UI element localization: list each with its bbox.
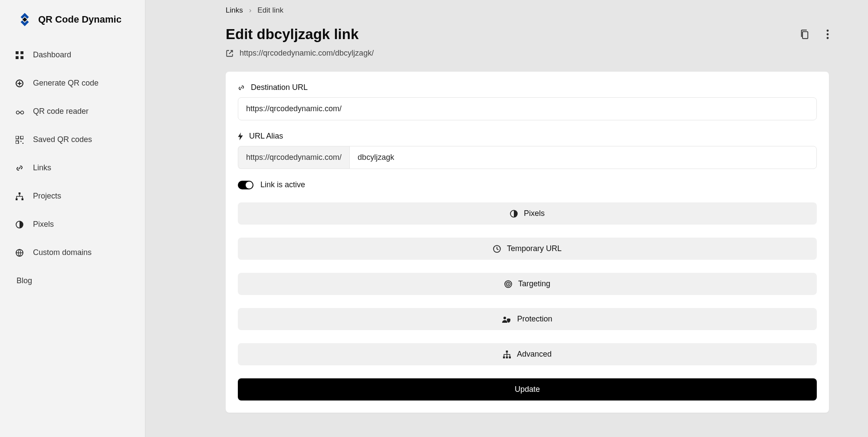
sidebar-item-label: Blog	[16, 276, 32, 285]
sidebar-item-projects[interactable]: Projects	[0, 182, 145, 210]
plus-circle-icon	[16, 79, 25, 87]
breadcrumb-parent[interactable]: Links	[226, 6, 243, 15]
alias-input[interactable]	[349, 146, 817, 169]
sidebar-item-label: Pixels	[33, 220, 54, 229]
destination-label: Destination URL	[238, 83, 817, 92]
bolt-icon	[238, 132, 243, 140]
section-pixels[interactable]: Pixels	[238, 202, 817, 225]
link-icon	[16, 164, 25, 172]
svg-rect-18	[802, 32, 808, 39]
svg-point-6	[16, 111, 20, 114]
svg-rect-10	[16, 141, 19, 144]
svg-rect-2	[20, 51, 23, 54]
svg-rect-30	[506, 356, 508, 358]
sitemap-icon	[503, 351, 511, 358]
more-icon[interactable]	[826, 30, 829, 39]
alias-label: URL Alias	[238, 132, 817, 141]
svg-point-20	[827, 33, 829, 36]
edit-card: Destination URL URL Alias https://qrcode…	[226, 72, 829, 413]
sidebar-item-label: Custom domains	[33, 248, 92, 257]
sidebar-item-label: Links	[33, 163, 51, 172]
diagram-icon	[16, 192, 25, 200]
svg-rect-15	[22, 198, 24, 200]
svg-rect-14	[16, 198, 18, 200]
toggle-label: Link is active	[260, 180, 305, 189]
breadcrumb: Links › Edit link	[226, 6, 829, 15]
svg-point-27	[503, 317, 506, 319]
svg-rect-0	[23, 17, 27, 22]
sidebar-item-links[interactable]: Links	[0, 154, 145, 182]
copy-icon[interactable]	[800, 30, 809, 39]
globe-icon	[16, 249, 25, 257]
sidebar-item-label: Saved QR codes	[33, 135, 92, 144]
sidebar-item-label: Dashboard	[33, 50, 71, 60]
logo-text: QR Code Dynamic	[38, 14, 122, 25]
svg-point-26	[507, 283, 509, 285]
main-content: Links › Edit link Edit dbcyljzagk link h…	[145, 0, 868, 437]
sidebar-item-label: QR code reader	[33, 107, 89, 116]
external-link-icon	[226, 50, 233, 57]
svg-rect-4	[20, 56, 23, 59]
svg-rect-1	[16, 51, 19, 54]
sidebar-item-reader[interactable]: QR code reader	[0, 97, 145, 126]
alias-input-group: https://qrcodedynamic.com/	[238, 146, 817, 169]
alias-prefix: https://qrcodedynamic.com/	[238, 146, 349, 169]
update-button[interactable]: Update	[238, 378, 817, 401]
section-temporary-url[interactable]: Temporary URL	[238, 238, 817, 260]
destination-input[interactable]	[238, 97, 817, 120]
sidebar-item-label: Projects	[33, 192, 61, 201]
sidebar-item-pixels[interactable]: Pixels	[0, 210, 145, 238]
header-actions	[800, 30, 829, 39]
svg-rect-28	[506, 351, 508, 353]
clock-icon	[493, 245, 501, 253]
sidebar: QR Code Dynamic Dashboard Generate QR co…	[0, 0, 145, 437]
logo[interactable]: QR Code Dynamic	[0, 10, 145, 41]
page-title: Edit dbcyljzagk link	[226, 26, 358, 43]
grid-icon	[16, 51, 25, 59]
page-header: Edit dbcyljzagk link	[226, 26, 829, 43]
chevron-right-icon: ›	[249, 6, 252, 15]
sidebar-item-saved[interactable]: Saved QR codes	[0, 126, 145, 154]
user-shield-icon	[502, 315, 511, 323]
sidebar-item-generate[interactable]: Generate QR code	[0, 69, 145, 97]
svg-rect-8	[16, 136, 19, 139]
svg-rect-3	[16, 56, 19, 59]
adjust-icon	[510, 210, 518, 218]
link-url[interactable]: https://qrcodedynamic.com/dbcyljzagk/	[240, 49, 374, 58]
breadcrumb-current: Edit link	[257, 6, 283, 15]
active-toggle[interactable]	[238, 181, 253, 189]
svg-point-19	[827, 30, 829, 32]
sidebar-nav: Dashboard Generate QR code QR code reade…	[0, 41, 145, 295]
section-protection[interactable]: Protection	[238, 308, 817, 330]
target-icon	[504, 280, 512, 288]
svg-rect-9	[20, 136, 23, 139]
svg-rect-11	[20, 141, 21, 142]
svg-point-7	[21, 111, 24, 114]
section-targeting[interactable]: Targeting	[238, 273, 817, 295]
logo-icon	[16, 11, 33, 28]
sidebar-item-dashboard[interactable]: Dashboard	[0, 41, 145, 69]
svg-rect-12	[23, 142, 23, 143]
glasses-icon	[16, 109, 25, 115]
active-toggle-row: Link is active	[238, 180, 817, 189]
link-url-row: https://qrcodedynamic.com/dbcyljzagk/	[226, 49, 829, 58]
qr-icon	[16, 136, 25, 144]
section-advanced[interactable]: Advanced	[238, 343, 817, 365]
svg-point-21	[827, 37, 829, 39]
sidebar-item-blog[interactable]: Blog	[0, 267, 145, 295]
sidebar-item-label: Generate QR code	[33, 79, 99, 88]
adjust-icon	[16, 221, 25, 228]
link-icon	[238, 84, 245, 91]
svg-rect-31	[509, 356, 511, 358]
sidebar-item-domains[interactable]: Custom domains	[0, 238, 145, 267]
svg-rect-29	[503, 356, 505, 358]
svg-rect-13	[19, 192, 21, 195]
